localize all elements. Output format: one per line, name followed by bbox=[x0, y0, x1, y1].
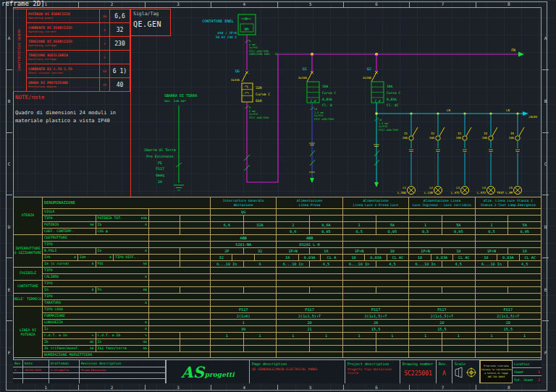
table-data-cell bbox=[277, 294, 342, 299]
table-gap-cell bbox=[149, 294, 211, 299]
table-gap-cell bbox=[149, 268, 211, 273]
table-label-part: NUMERAZIONE MORSETTIERA bbox=[43, 352, 148, 358]
table-label-unit: kW bbox=[90, 222, 93, 228]
table-row: FORMAZIONE2(1x6)2(1x2,5)+T2(1x1,5)+T2(1x… bbox=[43, 313, 541, 320]
table-data-value bbox=[244, 339, 277, 345]
table-data-cell bbox=[277, 346, 342, 351]
table-data-cell bbox=[277, 352, 342, 358]
table-label-part: LUNGHEZZAm bbox=[43, 320, 148, 325]
title-block: RevDateDraftsmanRevision descriptionA16/… bbox=[13, 359, 542, 383]
table-row: Im (o curva)APdikA6...10 In66...10 In4,5… bbox=[43, 261, 541, 268]
table-row: C.d.T. a In%C.d.T. a Ib%1111111111 bbox=[43, 333, 541, 339]
table-data-value: FS17 bbox=[476, 307, 541, 312]
table-data-value: 5A bbox=[508, 222, 541, 228]
table-data-value bbox=[211, 229, 244, 234]
table-label-part: TIPO bbox=[43, 294, 148, 299]
table-data-value: 1P+N bbox=[409, 248, 442, 254]
characteristics-value: 32 bbox=[109, 23, 130, 36]
table-data-value: 0,95 bbox=[442, 229, 475, 234]
table-data-value: FS17 bbox=[277, 307, 342, 312]
zone-column-number: 7 bbox=[409, 1, 475, 7]
table-data-cell bbox=[476, 346, 541, 351]
table-column-header: Alimentazione Linea Presa bbox=[277, 197, 342, 208]
table-row-labels: Ik trifase/monof.kAIk1 fase/terrakA bbox=[43, 346, 149, 351]
table-data-cell: 100,03ACL AC bbox=[343, 255, 409, 260]
table-data-value: 36 bbox=[211, 326, 276, 332]
characteristics-unit: kW bbox=[99, 9, 109, 22]
table-label-text: COEF. CONTEMP. bbox=[44, 229, 73, 234]
table-label-text: COSTRUTTORE bbox=[44, 235, 67, 241]
table-column-header: Alimentazione Linea Luce Ingresso - Luce… bbox=[409, 197, 475, 208]
table-data-cell bbox=[409, 281, 475, 286]
table-label-part: FORMAZIONE bbox=[43, 313, 148, 319]
table-data-cell: FS17 bbox=[343, 307, 409, 312]
table-label-part: COSTRUTTORE bbox=[43, 235, 148, 241]
table-label-part: Ik trifase/monof.kA bbox=[43, 346, 96, 351]
table-data-value bbox=[255, 255, 276, 260]
table-data-value: DS201 L H bbox=[277, 242, 342, 247]
table-row-labels: COEF. CONTEMP.COS φ bbox=[43, 229, 149, 234]
table-data-value: 0,03A bbox=[365, 255, 387, 260]
table-data-value bbox=[211, 294, 276, 299]
table-label-part: IthA bbox=[43, 255, 78, 260]
table-data-value: 0,95 bbox=[508, 229, 541, 234]
location-sheet-cell: Location Sheet1 Tot. Sheet2 bbox=[513, 360, 542, 383]
table-data-value: CL AC bbox=[520, 255, 541, 260]
table-label-part: TIPO DIFF. bbox=[114, 255, 148, 260]
zone-row-letter: A bbox=[542, 7, 549, 69]
table-category-label: RELE' TERMICO bbox=[14, 294, 42, 307]
table-data-value bbox=[442, 216, 475, 221]
table-data-value: S201-NA bbox=[211, 242, 276, 247]
table-data-value: 1 bbox=[409, 222, 442, 228]
table-row: CALIBROA bbox=[43, 274, 541, 281]
drawing-number-value: SC225001 bbox=[403, 370, 434, 377]
characteristics-sublabel: Operating current bbox=[28, 30, 99, 33]
table-label-text: Pdi bbox=[98, 261, 104, 267]
revision-cell-value bbox=[49, 373, 80, 379]
table-label-text: POTENZA TOT. bbox=[98, 216, 123, 221]
drawing-canvas: reframe 2D] 12345678 12345678 ABCDEF ABC… bbox=[0, 0, 556, 392]
project-description-value: Progetto Tipo Abitazione Civile bbox=[348, 367, 397, 375]
table-row: NUMERAZIONE MORSETTIERA bbox=[43, 352, 541, 358]
table-data-value: 10 bbox=[376, 248, 409, 254]
zone-row-letter: B bbox=[6, 69, 12, 132]
table-data-value: FS17 bbox=[409, 307, 474, 312]
zone-columns-top: 12345678 bbox=[13, 1, 542, 7]
table-data-value: 1 bbox=[211, 320, 276, 325]
table-data-value: 15,5 bbox=[409, 326, 474, 332]
table-row: TIPO bbox=[43, 268, 541, 274]
table-data-value: 2(1x2,5)+T bbox=[277, 313, 342, 319]
table-label-part: PnkW bbox=[96, 287, 149, 293]
table-data-value: 32A bbox=[244, 222, 277, 228]
table-data-value: 0,5 bbox=[476, 229, 509, 234]
table-data-cell bbox=[409, 287, 475, 293]
viewport-control-label[interactable]: reframe 2D] bbox=[1, 0, 45, 7]
table-data-value bbox=[409, 242, 474, 247]
table-data-cell bbox=[343, 235, 409, 241]
table-gap-cell bbox=[149, 229, 211, 234]
table-label-part: POTENZA TOT.kVA bbox=[96, 216, 149, 221]
table-gap-cell bbox=[149, 300, 211, 306]
zone-column-number: 4 bbox=[211, 385, 277, 391]
table-data-cell bbox=[343, 294, 409, 299]
table-data-value bbox=[277, 352, 342, 358]
table-data-value bbox=[409, 339, 442, 345]
table-row-labels: SIGLA bbox=[43, 209, 149, 215]
table-data-value: 20 bbox=[409, 320, 474, 325]
table-data-value bbox=[211, 281, 276, 286]
table-data-value: 10 bbox=[343, 255, 365, 260]
table-data-cell: 2(1x6) bbox=[211, 313, 277, 319]
table-data-value: 15,5 bbox=[343, 326, 408, 332]
table-data-value bbox=[476, 274, 541, 280]
table-data-value bbox=[476, 346, 509, 351]
table-gap-cell bbox=[149, 242, 211, 247]
characteristics-unit: V bbox=[99, 51, 109, 64]
zone-row-letter: C bbox=[542, 132, 549, 195]
table-label-text: C.d.T. a In bbox=[44, 333, 67, 338]
table-label-part: TIPO bbox=[43, 268, 148, 273]
table-data-value bbox=[476, 216, 509, 221]
zone-row-letter: F bbox=[542, 320, 549, 383]
table-data-cell bbox=[476, 216, 541, 221]
zone-column-number: 4 bbox=[211, 1, 277, 7]
page-description-cell: Page description QE GENERALE/MAIN ELECTR… bbox=[250, 360, 345, 383]
